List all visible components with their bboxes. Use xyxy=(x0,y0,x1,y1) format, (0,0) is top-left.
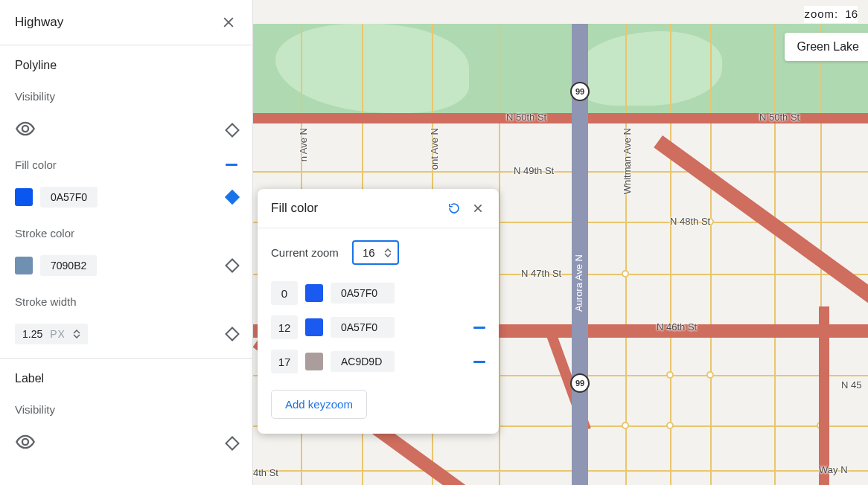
fill-color-hex[interactable]: 0A57F0 xyxy=(40,187,98,208)
fill-color-label: Fill color xyxy=(15,158,57,171)
fill-color-swatch[interactable] xyxy=(15,188,33,206)
fill-color-popup: Fill color Current zoom 16 0 0A57F0 xyxy=(258,189,499,434)
close-icon xyxy=(221,15,236,30)
keyzoom-swatch[interactable] xyxy=(305,318,323,336)
stroke-color-hex[interactable]: 7090B2 xyxy=(40,255,97,276)
polyline-section: Polyline Visibility Fill color 0A57F0 xyxy=(0,45,252,344)
keyzoom-row-2: 17 AC9D9D xyxy=(271,350,485,373)
visibility-keyframe-indicator[interactable] xyxy=(227,125,237,135)
visibility-toggle[interactable] xyxy=(15,118,36,142)
chevron-down-icon xyxy=(73,334,80,338)
street-label: N 47th St xyxy=(521,268,561,279)
current-zoom-stepper[interactable] xyxy=(384,248,392,257)
keyzoom-level[interactable]: 17 xyxy=(271,350,298,373)
stroke-color-label: Stroke color xyxy=(15,227,74,240)
fill-color-collapse[interactable] xyxy=(226,164,237,166)
route-shield-99: 99 xyxy=(570,373,590,393)
close-sidebar-button[interactable] xyxy=(220,13,237,31)
sidebar-header: Highway xyxy=(0,0,252,45)
fill-color-keyframe-indicator[interactable] xyxy=(227,192,237,202)
close-icon xyxy=(472,202,484,214)
popup-title: Fill color xyxy=(271,201,438,216)
svg-point-1 xyxy=(22,439,28,445)
keyzoom-row-1: 12 0A57F0 xyxy=(271,315,485,339)
zoom-indicator: zoom: 16 xyxy=(804,6,858,23)
stroke-color-swatch[interactable] xyxy=(15,257,33,274)
street-label: N 50th St xyxy=(759,112,800,123)
chevron-down-icon xyxy=(384,253,392,257)
label-visibility-label: Visibility xyxy=(15,403,55,416)
add-keyzoom-button[interactable]: Add keyzoom xyxy=(271,390,367,419)
keyzoom-level[interactable]: 0 xyxy=(271,281,298,305)
label-visibility-toggle[interactable] xyxy=(15,431,36,455)
close-popup-button[interactable] xyxy=(470,201,485,216)
reset-icon xyxy=(447,202,461,215)
label-visibility-keyframe-indicator[interactable] xyxy=(227,438,237,449)
place-label-green-lake[interactable]: Green Lake xyxy=(785,33,868,61)
keyzoom-hex[interactable]: 0A57F0 xyxy=(331,283,395,303)
street-label: N 48th St xyxy=(670,216,710,227)
keyzoom-swatch[interactable] xyxy=(305,353,323,370)
street-label: N 50th St xyxy=(506,112,546,123)
label-section: Label Visibility xyxy=(0,359,252,455)
street-label: N 46th St xyxy=(657,321,697,333)
street-label: Whitman Ave N xyxy=(622,128,633,194)
route-shield-99: 99 xyxy=(570,82,590,101)
street-label: N 49th St xyxy=(514,165,554,176)
reset-button[interactable] xyxy=(447,201,462,216)
current-zoom-value: 16 xyxy=(363,246,375,259)
stroke-width-input[interactable]: 1.25 PX xyxy=(15,324,88,344)
sidebar: Highway Polyline Visibility Fill color xyxy=(0,0,253,485)
popup-header: Fill color xyxy=(258,189,499,228)
remove-keyzoom-button[interactable] xyxy=(473,361,485,363)
street-label: 4th St xyxy=(253,467,278,478)
current-zoom-input[interactable]: 16 xyxy=(352,240,399,265)
stroke-width-unit: PX xyxy=(50,328,66,340)
stroke-color-keyframe-indicator[interactable] xyxy=(227,260,237,271)
stroke-width-keyframe-indicator[interactable] xyxy=(227,329,237,339)
eye-icon xyxy=(15,431,36,452)
keyzoom-hex[interactable]: AC9D9D xyxy=(331,351,395,372)
eye-icon xyxy=(15,118,36,139)
current-zoom-label: Current zoom xyxy=(271,246,339,259)
stroke-width-label: Stroke width xyxy=(15,295,77,308)
visibility-label: Visibility xyxy=(15,90,55,103)
keyzoom-swatch[interactable] xyxy=(305,284,323,302)
street-label: n Ave N xyxy=(298,128,309,161)
keyzoom-row-0: 0 0A57F0 xyxy=(271,281,485,305)
polyline-heading: Polyline xyxy=(15,59,237,72)
street-label: Way N xyxy=(819,464,848,475)
street-label: N 45 xyxy=(841,379,861,391)
keyzoom-level[interactable]: 12 xyxy=(271,315,298,339)
remove-keyzoom-button[interactable] xyxy=(473,327,485,329)
keyzoom-hex[interactable]: 0A57F0 xyxy=(331,317,395,338)
stroke-width-stepper[interactable] xyxy=(73,330,80,338)
svg-point-0 xyxy=(22,126,28,132)
sidebar-title: Highway xyxy=(15,15,63,30)
stroke-width-value: 1.25 xyxy=(22,328,42,340)
street-label: Aurora Ave N xyxy=(573,254,584,312)
label-heading: Label xyxy=(15,372,237,385)
street-label: ont Ave N xyxy=(429,128,440,170)
